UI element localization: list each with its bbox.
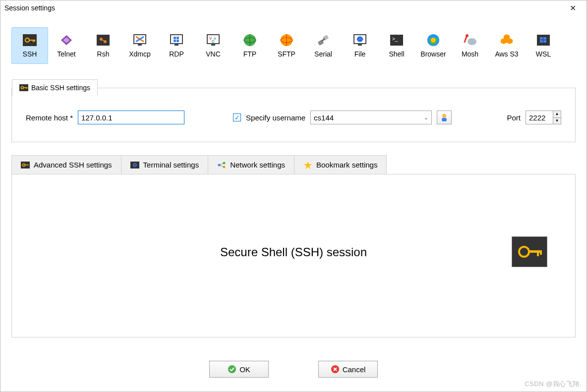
- spin-down-icon[interactable]: ▼: [553, 118, 561, 124]
- type-serial[interactable]: Serial: [305, 27, 342, 64]
- type-label: SFTP: [278, 50, 295, 58]
- sub-tab-content: Secure Shell (SSH) session: [11, 174, 576, 337]
- type-label: Browser: [420, 50, 446, 58]
- remote-host-input[interactable]: [78, 111, 184, 124]
- check-circle-icon: [228, 365, 236, 374]
- key-icon: [23, 33, 37, 47]
- rdp-icon: [170, 33, 183, 47]
- type-vnc[interactable]: VnC VNC: [195, 27, 232, 64]
- cancel-label: Cancel: [343, 365, 366, 374]
- session-type-row: SSH Telnet Rsh Xdmcp RDP VnC VNC FTP SFT…: [0, 15, 587, 73]
- x-circle-icon: [331, 365, 340, 374]
- tab-label: Network settings: [230, 161, 285, 169]
- remote-host-label: Remote host *: [26, 113, 73, 122]
- svg-point-77: [228, 365, 236, 373]
- vnc-icon: VnC: [206, 33, 220, 47]
- svg-rect-16: [175, 44, 178, 46]
- svg-rect-63: [25, 165, 29, 166]
- type-label: Mosh: [462, 50, 478, 58]
- type-label: Shell: [389, 50, 404, 58]
- svg-rect-53: [543, 40, 546, 43]
- type-shell[interactable]: >_ Shell: [378, 27, 415, 64]
- window-title: Session settings: [4, 4, 55, 12]
- svg-text:>_: >_: [392, 36, 398, 42]
- star-icon: [303, 161, 312, 169]
- tab-network-settings[interactable]: Network settings: [208, 155, 294, 174]
- session-description: Secure Shell (SSH) session: [220, 245, 367, 259]
- type-label: Serial: [314, 50, 332, 58]
- titlebar: Session settings ✕: [0, 0, 587, 15]
- svg-rect-2: [29, 40, 35, 41]
- svg-rect-52: [540, 40, 543, 43]
- type-mosh[interactable]: Mosh: [452, 27, 488, 64]
- svg-rect-56: [23, 87, 27, 88]
- ok-button[interactable]: OK: [209, 361, 269, 378]
- dialog-buttons: OK Cancel: [0, 361, 587, 378]
- svg-line-34: [322, 39, 325, 41]
- svg-point-59: [442, 114, 446, 118]
- ok-label: OK: [239, 365, 250, 374]
- tab-label: Advanced SSH settings: [34, 161, 112, 169]
- svg-rect-75: [537, 250, 539, 256]
- user-manager-button[interactable]: [437, 111, 452, 124]
- port-spinner[interactable]: ▲▼: [553, 111, 561, 124]
- svg-rect-18: [176, 37, 179, 39]
- chevron-down-icon: ⌄: [424, 114, 428, 121]
- username-select[interactable]: cs144 ⌄: [310, 111, 432, 124]
- type-rdp[interactable]: RDP: [158, 27, 195, 64]
- type-browser[interactable]: Browser: [415, 27, 452, 64]
- serial-icon: [316, 33, 330, 47]
- svg-rect-22: [211, 44, 215, 46]
- specify-username-checkbox[interactable]: ✓: [233, 113, 241, 121]
- user-icon: [440, 113, 449, 122]
- svg-rect-4: [34, 40, 35, 42]
- type-ssh[interactable]: SSH: [11, 27, 48, 64]
- file-icon: [353, 33, 367, 47]
- port-input-wrap: ▲▼: [526, 111, 561, 124]
- type-label: Rsh: [97, 50, 110, 58]
- type-label: FTP: [243, 50, 256, 58]
- sftp-icon: [280, 33, 294, 47]
- type-sftp[interactable]: SFTP: [268, 27, 305, 64]
- username-value: cs144: [314, 113, 334, 122]
- svg-rect-12: [138, 44, 142, 46]
- type-wsl[interactable]: WSL: [525, 27, 562, 64]
- svg-rect-20: [176, 40, 179, 42]
- tab-terminal-settings[interactable]: Terminal settings: [121, 155, 209, 174]
- type-xdmcp[interactable]: Xdmcp: [121, 27, 158, 64]
- svg-rect-17: [174, 37, 176, 39]
- spin-up-icon[interactable]: ▲: [553, 111, 561, 118]
- type-awss3[interactable]: Aws S3: [488, 27, 525, 64]
- cancel-button[interactable]: Cancel: [318, 361, 378, 378]
- type-telnet[interactable]: Telnet: [48, 27, 85, 64]
- network-icon: [217, 161, 226, 169]
- gear-icon: [130, 162, 139, 168]
- tab-advanced-ssh[interactable]: Advanced SSH settings: [11, 155, 121, 174]
- sub-tabs: Advanced SSH settings Terminal settings …: [11, 155, 576, 174]
- svg-rect-60: [442, 118, 447, 121]
- type-ftp[interactable]: FTP: [232, 27, 268, 64]
- specify-username-label: Specify username: [246, 113, 305, 122]
- svg-rect-50: [540, 37, 543, 40]
- tab-bookmark-settings[interactable]: Bookmark settings: [294, 155, 387, 174]
- type-file[interactable]: File: [342, 27, 378, 64]
- basic-ssh-tab[interactable]: Basic SSH settings: [12, 79, 98, 96]
- tab-label: Bookmark settings: [316, 161, 377, 169]
- mosh-icon: [463, 33, 477, 47]
- shell-icon: >_: [390, 33, 404, 47]
- type-label: RDP: [169, 50, 184, 58]
- key-icon: [21, 162, 30, 168]
- svg-point-66: [134, 165, 135, 166]
- svg-rect-3: [33, 40, 34, 42]
- type-label: SSH: [23, 50, 37, 58]
- browser-icon: [426, 33, 440, 47]
- port-input[interactable]: [526, 111, 553, 124]
- basic-tab-label: Basic SSH settings: [31, 84, 90, 92]
- telnet-icon: [59, 33, 73, 47]
- ssh-key-large-icon: [512, 236, 547, 267]
- svg-text:C: C: [212, 39, 215, 44]
- close-icon[interactable]: ✕: [563, 3, 583, 13]
- type-rsh[interactable]: Rsh: [85, 27, 121, 64]
- type-label: Aws S3: [495, 50, 518, 58]
- xdmcp-icon: [133, 33, 147, 47]
